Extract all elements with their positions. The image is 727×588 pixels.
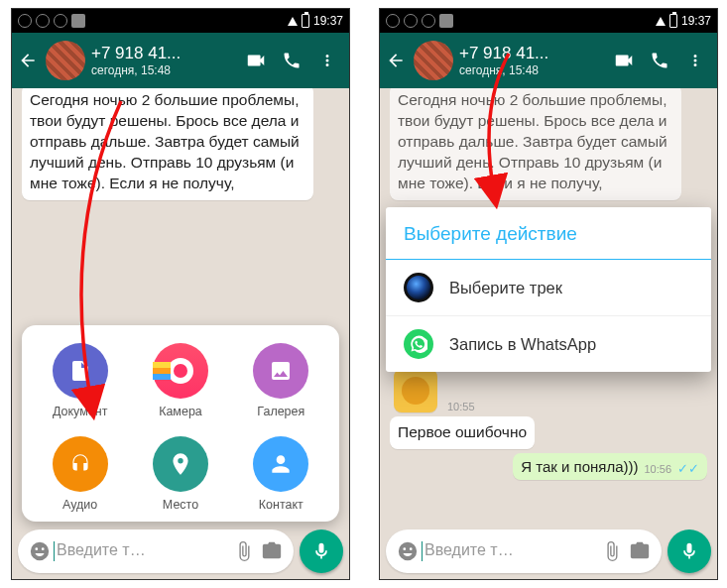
contact-name: +7 918 41... bbox=[459, 44, 606, 63]
phone-screenshot-left: 19:37 +7 918 41... сегодня, 15:48 Сегодн… bbox=[11, 8, 350, 580]
message-text: Я так и поняла))) bbox=[521, 458, 638, 475]
status-time: 19:37 bbox=[681, 14, 711, 28]
status-time: 19:37 bbox=[313, 14, 343, 28]
attach-audio-label: Аудио bbox=[62, 498, 97, 512]
status-icon-1 bbox=[18, 14, 32, 28]
contact-avatar[interactable] bbox=[414, 41, 453, 80]
attach-contact[interactable]: Контакт bbox=[231, 436, 331, 512]
contact-status: сегодня, 15:48 bbox=[91, 63, 238, 77]
attachment-sheet: Документ Камера Галерея Аудио bbox=[22, 325, 339, 522]
input-bar: Введите т… bbox=[386, 529, 711, 573]
attach-icon[interactable] bbox=[230, 540, 258, 562]
chat-header: +7 918 41... сегодня, 15:48 bbox=[12, 33, 349, 88]
emoji-icon[interactable] bbox=[394, 540, 422, 562]
attach-contact-label: Контакт bbox=[259, 498, 303, 512]
input-bar: Введите т… bbox=[18, 529, 343, 573]
back-button[interactable] bbox=[384, 49, 408, 72]
attach-location[interactable]: Место bbox=[130, 436, 230, 512]
read-ticks-icon: ✓✓ bbox=[677, 462, 699, 475]
audio-icon bbox=[53, 436, 108, 492]
status-icon-1 bbox=[386, 14, 400, 28]
camera-input-icon[interactable] bbox=[626, 540, 654, 562]
dialog-option-label: Запись в WhatsApp bbox=[449, 335, 596, 354]
message-incoming-2[interactable]: Первое ошибочно bbox=[390, 416, 535, 449]
signal-icon bbox=[656, 17, 666, 26]
status-icon-3 bbox=[54, 14, 67, 28]
attach-document[interactable]: Документ bbox=[30, 343, 130, 418]
voice-call-button[interactable] bbox=[642, 51, 677, 70]
location-icon bbox=[153, 436, 208, 492]
more-menu-button[interactable] bbox=[677, 52, 713, 69]
mic-button[interactable] bbox=[300, 529, 343, 573]
camera-icon bbox=[153, 343, 208, 399]
battery-icon bbox=[669, 14, 677, 28]
gallery-icon bbox=[253, 343, 308, 399]
message-input-box[interactable]: Введите т… bbox=[18, 529, 294, 573]
message-input[interactable]: Введите т… bbox=[422, 541, 598, 561]
contact-status: сегодня, 15:48 bbox=[459, 63, 606, 77]
message-input-box[interactable]: Введите т… bbox=[386, 529, 662, 573]
contact-icon bbox=[253, 436, 308, 492]
status-icon-2 bbox=[404, 14, 418, 28]
contact-avatar[interactable] bbox=[46, 41, 85, 80]
status-icon-4 bbox=[71, 14, 85, 28]
sticker-icon bbox=[394, 369, 437, 412]
dialog-title: Выберите действие bbox=[386, 207, 711, 260]
message-time: 10:56 bbox=[644, 463, 671, 475]
attach-gallery-label: Галерея bbox=[257, 405, 304, 418]
message-text: Сегодня ночью 2 большие проблемы, твои б… bbox=[30, 91, 300, 191]
dialog-option-record[interactable]: Запись в WhatsApp bbox=[386, 315, 711, 372]
message-text: Первое ошибочно bbox=[398, 423, 527, 440]
back-button[interactable] bbox=[16, 49, 40, 72]
music-app-icon bbox=[404, 273, 433, 302]
attach-audio[interactable]: Аудио bbox=[30, 436, 130, 512]
header-text-block[interactable]: +7 918 41... сегодня, 15:48 bbox=[459, 44, 606, 77]
status-bar: 19:37 bbox=[12, 9, 349, 33]
message-input[interactable]: Введите т… bbox=[54, 541, 230, 561]
dialog-option-label: Выберите трек bbox=[449, 279, 562, 297]
more-menu-button[interactable] bbox=[309, 52, 345, 69]
battery-icon bbox=[302, 14, 309, 28]
document-icon bbox=[53, 343, 108, 399]
action-dialog: Выберите действие Выберите трек Запись в… bbox=[386, 207, 711, 372]
chat-header: +7 918 41... сегодня, 15:48 bbox=[380, 33, 717, 88]
message-incoming[interactable]: Сегодня ночью 2 большие проблемы, твои б… bbox=[22, 88, 313, 200]
header-text-block[interactable]: +7 918 41... сегодня, 15:48 bbox=[91, 44, 238, 77]
attach-icon[interactable] bbox=[598, 540, 626, 562]
message-time: 10:55 bbox=[447, 401, 475, 412]
whatsapp-icon bbox=[404, 329, 433, 359]
status-icon-2 bbox=[36, 14, 50, 28]
video-call-button[interactable] bbox=[238, 50, 274, 71]
attach-document-label: Документ bbox=[53, 405, 107, 418]
message-incoming[interactable]: Сегодня ночью 2 большие проблемы, твои б… bbox=[390, 88, 681, 200]
signal-icon bbox=[288, 17, 298, 26]
attach-camera[interactable]: Камера bbox=[130, 343, 230, 418]
phone-screenshot-right: 19:37 +7 918 41... сегодня, 15:48 Сегодн… bbox=[379, 8, 718, 580]
video-call-button[interactable] bbox=[606, 50, 642, 71]
status-icon-3 bbox=[422, 14, 435, 28]
attach-gallery[interactable]: Галерея bbox=[231, 343, 331, 418]
contact-name: +7 918 41... bbox=[91, 44, 238, 63]
attach-camera-label: Камера bbox=[159, 405, 202, 418]
camera-input-icon[interactable] bbox=[258, 540, 286, 562]
mic-button[interactable] bbox=[667, 529, 711, 573]
message-text: Сегодня ночью 2 большие проблемы, твои б… bbox=[398, 91, 667, 191]
status-bar: 19:37 bbox=[380, 9, 717, 33]
dialog-option-track[interactable]: Выберите трек bbox=[386, 260, 711, 315]
status-icon-4 bbox=[439, 14, 453, 28]
message-outgoing[interactable]: Я так и поняла))) 10:56 ✓✓ bbox=[513, 453, 707, 480]
voice-call-button[interactable] bbox=[274, 51, 309, 70]
attach-location-label: Место bbox=[163, 498, 198, 512]
emoji-icon[interactable] bbox=[26, 540, 54, 562]
